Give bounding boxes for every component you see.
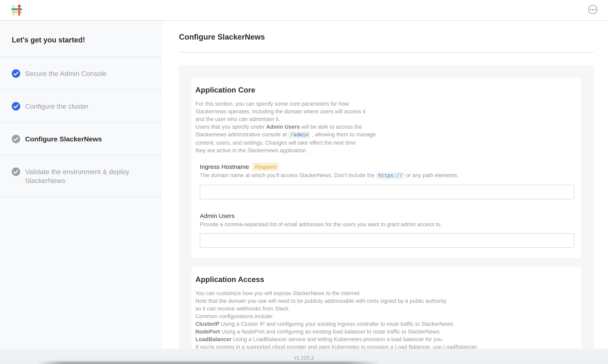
application-access-card: Application Access You can customize how… [191,267,582,349]
step-label: Configure the cluster [25,102,89,111]
sidebar-step-secure-admin-console[interactable]: Secure the Admin Console [0,57,161,90]
field-label: Admin Users [200,212,235,220]
admin-users-field: Admin Users Provide a comma-separated li… [200,212,574,248]
sidebar-step-configure-cluster[interactable]: Configure the cluster [0,90,161,123]
bottom-shadow [39,362,380,364]
ellipsis-menu-icon[interactable] [588,5,597,14]
main-content: Configure SlackerNews Application Core F… [162,21,608,349]
setup-wizard-page: Let's get you started! Secure the Admin … [0,0,608,364]
check-circle-icon [12,69,20,78]
title-divider [179,52,594,52]
sidebar-step-validate-deploy[interactable]: Validate the environment & deploy Slacke… [0,156,161,197]
field-label: Ingress Hostname [200,163,249,171]
check-circle-icon [12,168,20,176]
step-label: Validate the environment & deploy Slacke… [25,167,151,185]
ingress-hostname-field: Ingress Hostname Required The domain nam… [200,163,574,199]
page-title: Configure SlackerNews [179,32,608,42]
card-title: Application Access [195,275,574,284]
card-title: Application Core [195,85,574,95]
sidebar-heading: Let's get you started! [0,21,161,57]
slackernews-logo [11,4,22,16]
top-header [0,0,608,21]
setup-steps-list: Secure the Admin Console Configure the c… [0,57,161,197]
config-panel: Application Core For this section, you c… [179,65,594,349]
page-footer: v1.125.2 [0,349,608,364]
card-description: You can customize how you will expose Sl… [195,289,574,349]
version-label: v1.125.2 [294,355,314,361]
field-help: The domain name at which you'll access S… [200,172,574,180]
ingress-hostname-input[interactable] [200,185,574,199]
admin-users-input[interactable] [200,233,574,248]
check-circle-icon [12,102,20,110]
application-core-card: Application Core For this section, you c… [191,77,582,258]
required-badge: Required [252,163,279,171]
step-label: Secure the Admin Console [25,69,107,78]
card-description: For this section, you can specify some c… [195,100,574,154]
field-help: Provide a comma-separated list of email … [200,221,574,228]
step-label: Configure SlackerNews [25,134,102,143]
sidebar-step-configure-slackernews[interactable]: Configure SlackerNews [0,123,161,156]
check-circle-icon [12,135,20,143]
setup-sidebar: Let's get you started! Secure the Admin … [0,21,161,349]
